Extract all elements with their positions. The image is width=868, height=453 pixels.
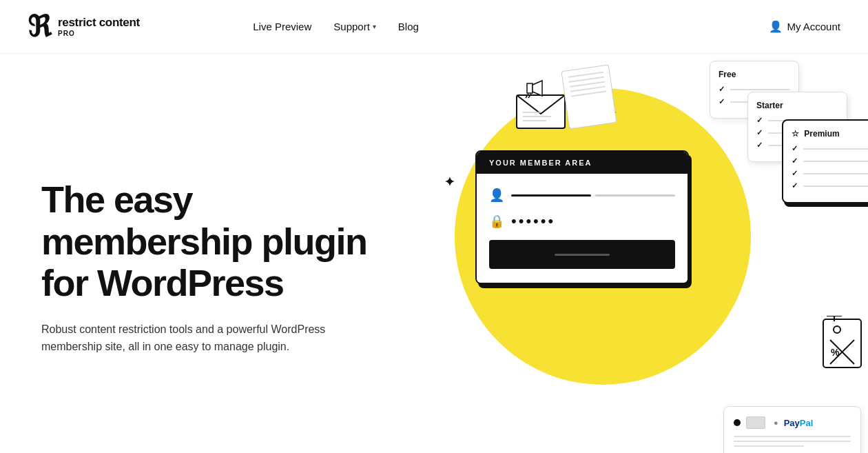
pricing-card-premium: ☆ Premium ✓ ✓ ✓ ✓ <box>782 119 868 203</box>
nav-links: Live Preview Support ▾ Blog <box>253 21 419 32</box>
check-icon: ✓ <box>792 144 798 153</box>
discount-tag-svg: % <box>820 316 868 374</box>
premium-feature-2-line <box>803 161 868 162</box>
check-icon: ✓ <box>756 128 763 137</box>
starter-label: Starter <box>756 101 838 110</box>
check-icon: ✓ <box>756 116 763 125</box>
logo-letter: ℜ <box>28 12 51 41</box>
logo[interactable]: ℜ restrict content PRO <box>28 12 140 41</box>
nav-link-support[interactable]: Support ▾ <box>333 21 376 32</box>
paypal-line-1 <box>734 436 851 437</box>
chevron-down-icon: ▾ <box>373 23 376 30</box>
logo-pro-badge: PRO <box>58 30 140 38</box>
premium-feature-3-line <box>803 173 868 174</box>
login-button[interactable] <box>489 240 675 269</box>
logo-main-text: restrict content <box>58 16 140 30</box>
credit-card-icon <box>746 416 765 429</box>
user-icon: 👤 <box>769 20 783 33</box>
check-icon: ✓ <box>719 97 725 106</box>
star-badge-icon: ☆ <box>792 129 799 139</box>
check-icon: ✓ <box>792 157 798 165</box>
navigation: ℜ restrict content PRO Live Preview Supp… <box>0 0 868 54</box>
check-icon: ✓ <box>792 181 798 190</box>
password-dots: •••••• <box>511 214 555 229</box>
check-icon: ✓ <box>719 85 725 94</box>
btn-line <box>555 254 610 256</box>
premium-label: ☆ Premium <box>792 129 868 139</box>
member-area-header: YOUR MEMBER AREA <box>477 152 688 174</box>
member-area-card: YOUR MEMBER AREA 👤 🔒 •••••• <box>475 150 689 284</box>
star-icon-1: ✦ <box>444 174 455 190</box>
check-icon: ✓ <box>792 169 798 178</box>
svg-marker-2 <box>533 81 542 96</box>
nav-link-live-preview[interactable]: Live Preview <box>253 21 311 32</box>
hero-section: The easy membership plugin for WordPress… <box>0 54 868 453</box>
nav-support-label: Support <box>333 21 370 32</box>
paypal-line-2 <box>734 441 851 442</box>
account-label: My Account <box>787 21 840 32</box>
svg-rect-8 <box>823 319 861 368</box>
discount-tag: % <box>820 316 868 374</box>
paypal-card: ● PayPal <box>723 406 861 453</box>
payment-dot-icon <box>734 419 741 426</box>
hero-subtitle: Robust content restriction tools and a p… <box>41 321 331 356</box>
hero-title: The easy membership plugin for WordPress <box>41 179 400 303</box>
hero-illustration: ✦ ✦ ✦ ✦ <box>400 54 868 453</box>
premium-feature-4-line <box>803 185 868 187</box>
password-field: 🔒 •••••• <box>489 214 675 229</box>
paypal-line-3 <box>734 445 804 447</box>
check-icon: ✓ <box>756 141 763 150</box>
username-line <box>511 194 591 197</box>
svg-marker-1 <box>527 83 533 93</box>
username-field: 👤 <box>489 188 675 203</box>
free-label: Free <box>719 70 790 79</box>
note-card <box>561 65 617 130</box>
user-field-icon: 👤 <box>489 188 503 203</box>
member-card-body: 👤 🔒 •••••• <box>477 174 688 283</box>
wave-svg <box>441 447 592 453</box>
account-menu[interactable]: 👤 My Account <box>769 20 840 33</box>
lock-field-icon: 🔒 <box>489 214 503 229</box>
paypal-icons-row: ● PayPal <box>734 416 851 429</box>
nav-link-blog[interactable]: Blog <box>398 21 419 32</box>
hero-left: The easy membership plugin for WordPress… <box>41 179 400 356</box>
free-feature-1-line <box>730 89 790 90</box>
paypal-logo: PayPal <box>784 418 814 428</box>
premium-feature-1-line <box>803 148 868 150</box>
username-line-end <box>595 194 675 197</box>
payment-separator: ● <box>774 419 778 427</box>
svg-text:%: % <box>831 347 840 358</box>
